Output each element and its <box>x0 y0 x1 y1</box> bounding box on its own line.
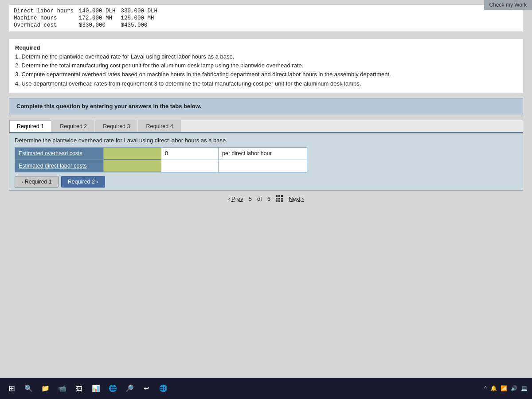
page-total: 6 <box>267 196 270 202</box>
windows-start-icon[interactable]: ⊞ <box>4 381 19 395</box>
required-item-4: 4. Use departmental overhead rates from … <box>15 79 517 88</box>
search-icon[interactable]: 🔍 <box>21 381 35 395</box>
tab-required-3[interactable]: Required 3 <box>95 120 137 132</box>
table-row: Machine hours 172,000 MH 129,000 MH <box>14 15 163 22</box>
tab-description: Determine the plantwide overhead rate fo… <box>15 137 517 144</box>
prev-page-button[interactable]: ‹ Prev <box>228 196 243 202</box>
table-row-1: Estimated overhead costs 0 per direct la… <box>15 147 307 160</box>
required-item-2: 2. Determine the total manufacturing cos… <box>15 61 517 70</box>
data-table: Direct labor hours 140,000 DLH 330,000 D… <box>14 8 163 29</box>
network-icon[interactable]: 🌐 <box>156 381 170 395</box>
result-value-overhead: 0 <box>161 147 219 160</box>
photos-icon[interactable]: 🖼 <box>72 381 86 395</box>
file-explorer-icon[interactable]: 📁 <box>38 381 52 395</box>
check-work-button[interactable]: Check my Work <box>484 0 532 10</box>
prev-page-label: Prev <box>231 196 243 202</box>
page-of: of <box>257 196 262 202</box>
tab-navigation: ‹ Required 1 Required 2 › <box>15 176 517 188</box>
next-tab-label: Required 2 <box>68 179 95 185</box>
result-value-labor <box>161 160 219 172</box>
labor-cost-input[interactable] <box>104 160 161 172</box>
system-tray-caret: ^ <box>484 385 487 391</box>
tab-content-area: Determine the plantwide overhead rate fo… <box>9 133 523 190</box>
spreadsheet-icon[interactable]: 📊 <box>89 381 103 395</box>
taskbar-right: ^ 🔔 📶 🔊 💻 <box>484 385 528 391</box>
next-page-arrow: › <box>302 196 304 202</box>
search-app-icon[interactable]: 🔎 <box>122 381 137 395</box>
required-item-1: 1. Determine the plantwide overhead rate… <box>15 52 517 61</box>
row-col1: 140,000 DLH <box>79 8 121 15</box>
required-item-3: 3. Compute departmental overhead rates b… <box>15 70 517 79</box>
row-label-overhead[interactable]: Estimated overhead costs <box>15 147 104 160</box>
result-label-labor <box>219 160 307 172</box>
browser-icon[interactable]: 🌐 <box>106 381 120 395</box>
row-label-labor[interactable]: Estimated direct labor costs <box>15 160 104 172</box>
next-arrow-icon: › <box>96 179 98 185</box>
video-icon[interactable]: 📹 <box>55 381 69 395</box>
volume-icon[interactable]: 🔊 <box>511 385 517 391</box>
row-col2: $435,000 <box>121 22 163 29</box>
row-label: Overhead cost <box>14 22 79 29</box>
notification-icon[interactable]: 🔔 <box>490 385 497 391</box>
tab-required-1[interactable]: Required 1 <box>9 120 51 132</box>
row-col2: 330,000 DLH <box>121 8 163 15</box>
wifi-icon[interactable]: 📶 <box>501 385 507 391</box>
battery-icon[interactable]: 💻 <box>521 385 528 391</box>
row-label: Direct labor hours <box>14 8 79 15</box>
result-label-overhead: per direct labor hour <box>219 147 307 160</box>
input-cell-labor <box>104 160 161 172</box>
required-section: Required 1. Determine the plantwide over… <box>9 39 523 93</box>
question-text: Complete this question by entering your … <box>16 103 201 110</box>
overhead-cost-input[interactable] <box>104 148 161 159</box>
prev-tab-label: Required 1 <box>25 179 52 185</box>
input-cell-overhead <box>104 147 161 160</box>
required-header: Required <box>15 43 517 52</box>
row-col1: 172,000 MH <box>79 15 121 22</box>
grid-view-icon[interactable] <box>276 195 283 203</box>
prev-arrow-icon: ‹ <box>21 179 23 185</box>
table-row-2: Estimated direct labor costs <box>15 160 307 172</box>
tab-required-2[interactable]: Required 2 <box>52 120 94 132</box>
tabs-row: Required 1 Required 2 Required 3 Require… <box>9 120 523 133</box>
row-col1: $330,000 <box>79 22 121 29</box>
tab-required-4[interactable]: Required 4 <box>138 120 180 132</box>
prev-tab-button[interactable]: ‹ Required 1 <box>15 176 59 188</box>
input-table: Estimated overhead costs 0 per direct la… <box>15 147 307 172</box>
pagination-row: ‹ Prev 5 of 6 Next › <box>9 195 523 205</box>
main-content: Check my Work Direct labor hours 140,000… <box>0 0 532 378</box>
top-data-table: Direct labor hours 140,000 DLH 330,000 D… <box>9 4 523 32</box>
next-page-label: Next <box>289 196 301 202</box>
next-tab-button[interactable]: Required 2 › <box>61 176 105 188</box>
question-box: Complete this question by entering your … <box>9 98 523 114</box>
back-icon[interactable]: ↩ <box>139 381 153 395</box>
next-page-button[interactable]: Next › <box>289 196 304 202</box>
table-row: Overhead cost $330,000 $435,000 <box>14 22 163 29</box>
prev-page-arrow: ‹ <box>228 196 230 202</box>
row-label: Machine hours <box>14 15 79 22</box>
tabs-container: Required 1 Required 2 Required 3 Require… <box>9 120 523 191</box>
page-current: 5 <box>249 196 252 202</box>
row-col2: 129,000 MH <box>121 15 163 22</box>
table-row: Direct labor hours 140,000 DLH 330,000 D… <box>14 8 163 15</box>
taskbar: ⊞ 🔍 📁 📹 🖼 📊 🌐 🔎 ↩ 🌐 ^ 🔔 📶 🔊 💻 <box>0 378 532 399</box>
